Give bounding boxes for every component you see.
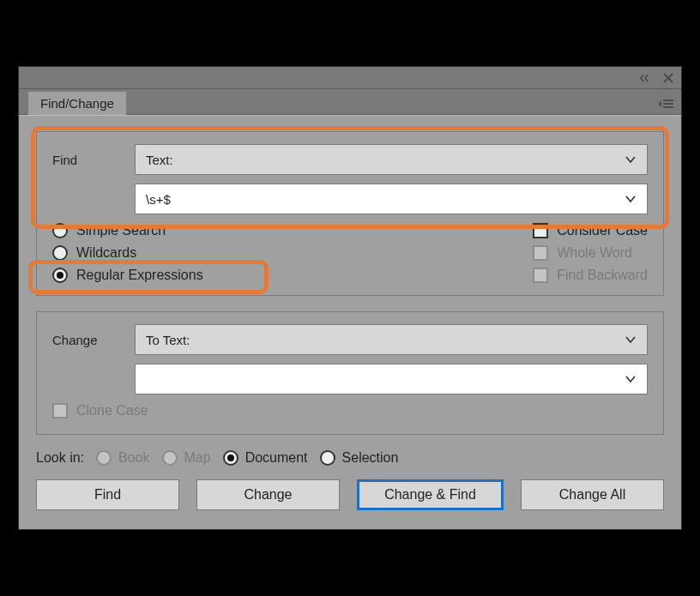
checkbox-icon — [533, 268, 548, 283]
radio-icon — [52, 268, 68, 283]
change-button[interactable]: Change — [196, 479, 340, 510]
tab-label: Find/Change — [40, 96, 114, 111]
panel-menu-icon[interactable] — [657, 97, 674, 107]
panel-titlebar — [19, 67, 681, 89]
radio-simple-search[interactable]: Simple Search — [52, 223, 203, 238]
find-button[interactable]: Find — [36, 479, 179, 510]
radio-label: Document — [245, 450, 308, 466]
find-change-panel: Find/Change Find Text: — [18, 66, 682, 530]
find-type-value: Text: — [146, 153, 173, 167]
change-type-value: To Text: — [146, 333, 190, 347]
close-icon[interactable] — [662, 72, 674, 84]
check-label: Consider Case — [557, 223, 648, 238]
svg-rect-2 — [663, 106, 673, 108]
change-type-dropdown[interactable]: To Text: — [135, 324, 648, 355]
panel-body: Find Text: \s+$ — [19, 115, 681, 529]
check-label: Find Backward — [557, 268, 648, 283]
check-label: Clone Case — [76, 403, 148, 418]
tab-bar: Find/Change — [19, 89, 681, 115]
check-find-backward: Find Backward — [533, 268, 648, 283]
radio-label: Map — [184, 450, 211, 466]
radio-look-in-selection[interactable]: Selection — [320, 450, 399, 466]
radio-wildcards[interactable]: Wildcards — [52, 245, 203, 261]
look-in-label: Look in: — [36, 450, 84, 466]
check-whole-word: Whole Word — [533, 245, 648, 261]
svg-rect-0 — [663, 99, 673, 101]
radio-look-in-document[interactable]: Document — [223, 450, 308, 466]
find-label: Find — [52, 153, 123, 167]
find-text-value: \s+$ — [146, 192, 171, 207]
radio-label: Wildcards — [76, 245, 136, 261]
chevron-down-icon — [625, 334, 637, 346]
radio-look-in-map: Map — [162, 450, 211, 466]
checkbox-icon — [533, 223, 548, 238]
radio-icon — [320, 450, 335, 466]
radio-label: Simple Search — [76, 223, 166, 238]
change-label: Change — [52, 333, 123, 347]
find-text-input[interactable]: \s+$ — [135, 184, 648, 214]
radio-icon — [223, 450, 238, 466]
checkbox-icon — [533, 245, 548, 261]
change-and-find-button[interactable]: Change & Find — [357, 479, 504, 510]
radio-regular-expressions[interactable]: Regular Expressions — [52, 268, 203, 283]
check-clone-case: Clone Case — [52, 403, 648, 418]
change-all-button[interactable]: Change All — [521, 479, 664, 510]
chevron-down-icon — [625, 193, 637, 205]
find-group: Find Text: \s+$ — [36, 131, 664, 296]
radio-icon — [52, 245, 68, 261]
radio-icon — [96, 450, 112, 466]
button-label: Change — [244, 487, 292, 503]
tab-find-change[interactable]: Find/Change — [27, 91, 127, 115]
button-label: Find — [94, 487, 121, 503]
find-type-dropdown[interactable]: Text: — [135, 144, 648, 175]
chevron-down-icon — [625, 373, 637, 385]
radio-label: Book — [118, 450, 149, 466]
radio-label: Regular Expressions — [76, 268, 203, 283]
button-label: Change All — [559, 487, 625, 503]
collapse-icon[interactable] — [638, 72, 650, 84]
svg-rect-1 — [663, 103, 673, 105]
change-text-input[interactable] — [135, 364, 648, 394]
check-consider-case[interactable]: Consider Case — [533, 223, 648, 238]
check-label: Whole Word — [557, 245, 632, 261]
checkbox-icon — [52, 403, 68, 418]
radio-icon — [162, 450, 178, 466]
button-row: Find Change Change & Find Change All — [36, 479, 664, 510]
change-group: Change To Text: Clone Case — [36, 311, 664, 435]
chevron-down-icon — [625, 154, 637, 166]
radio-label: Selection — [342, 450, 399, 466]
button-label: Change & Find — [384, 487, 476, 503]
radio-icon — [52, 223, 68, 238]
radio-look-in-book: Book — [96, 450, 149, 466]
look-in-row: Look in: Book Map Document Selection — [36, 450, 664, 466]
